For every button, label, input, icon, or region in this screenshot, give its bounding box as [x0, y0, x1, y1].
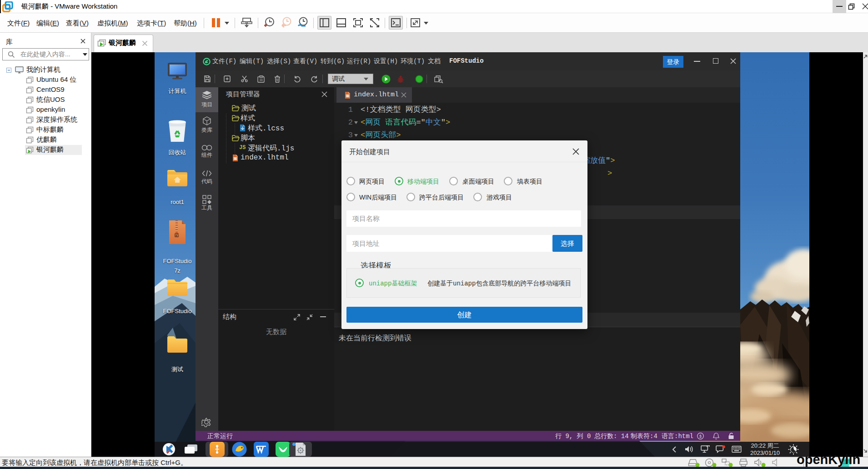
svg-text:7z: 7z	[175, 234, 179, 237]
svg-text:$: $	[699, 434, 702, 439]
